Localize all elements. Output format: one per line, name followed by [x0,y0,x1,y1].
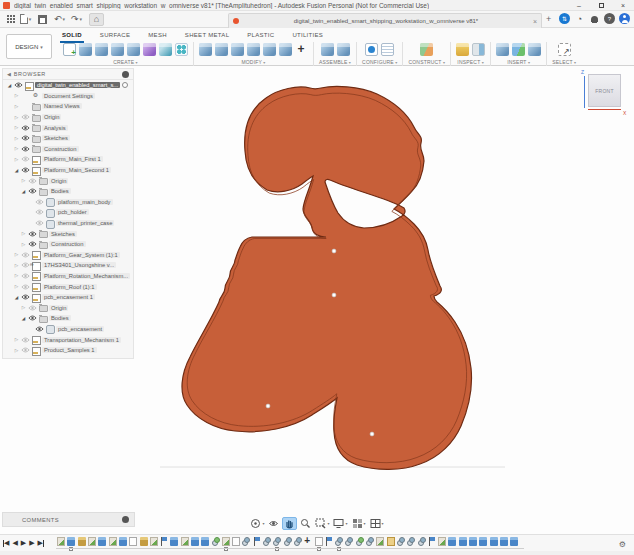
pattern-icon[interactable] [175,43,188,56]
save-icon[interactable] [36,13,49,26]
timeline-feature-flag[interactable] [324,537,334,546]
offset-face-icon[interactable] [263,43,276,56]
timeline-feature-sketch[interactable] [56,537,66,546]
browser-row-label[interactable]: Document Settings [42,93,95,99]
browser-row-construction[interactable]: ▷Construction [3,144,133,155]
expand-icon[interactable]: ▷ [13,263,20,268]
comments-bar[interactable]: COMMENTS [2,512,135,527]
browser-row-label[interactable]: Platform_Main_Second 1 [42,167,111,173]
timeline-feature-extrude[interactable] [200,537,210,546]
expand-icon[interactable]: ▷ [13,136,20,141]
insert-dxf-icon[interactable] [528,43,541,56]
browser-row-label[interactable]: Bodies [49,315,71,321]
browser-row-digital-twin-enabled-smart-s[interactable]: ◢digital_twin_enabled_smart_s... [3,80,133,91]
viewcube[interactable]: FRONT [588,74,621,107]
expand-icon[interactable]: ▷ [13,125,20,130]
section-analysis-icon[interactable] [472,43,485,56]
sweep-icon[interactable] [159,43,172,56]
browser-row-sketches[interactable]: ▷Sketches [3,228,133,239]
timeline-feature-joint[interactable] [262,537,272,546]
browser-row-label[interactable]: Construction [49,241,86,247]
configure-icon[interactable] [365,43,378,56]
visibility-eye-icon[interactable] [27,241,38,247]
timeline-feature-joint[interactable] [365,537,375,546]
expand-icon[interactable]: ▷ [13,273,20,278]
visibility-eye-icon[interactable] [34,326,45,332]
browser-row-label[interactable]: Product_Samples 1 [42,347,97,353]
browser-row-label[interactable]: pcb_encasement [56,326,104,332]
visibility-eye-icon[interactable] [27,188,38,194]
browser-row-label[interactable]: Bodies [49,188,71,194]
shell-icon[interactable] [231,43,244,56]
viewports-tool-icon[interactable]: ▾ [369,517,385,530]
timeline-feature-extrude[interactable] [118,537,128,546]
browser-row-label[interactable]: 17HS3401_Usongshine v... [42,262,116,268]
timeline-feature-extrude[interactable] [169,537,179,546]
browser-row-named-views[interactable]: ▷Named Views [3,101,133,112]
group-label-select[interactable]: SELECT [552,59,576,65]
zoom-tool-icon[interactable] [299,517,312,530]
timeline-feature-joint[interactable] [241,537,251,546]
browser-row-sketches[interactable]: ▷Sketches [3,133,133,144]
maximize-button[interactable] [590,0,612,11]
group-label-assemble[interactable]: ASSEMBLE [319,59,351,65]
browser-row-label[interactable]: Named Views [42,103,82,109]
browser-row-label[interactable]: Origin [49,305,68,311]
visibility-eye-icon[interactable] [20,284,31,290]
close-button[interactable]: × [612,0,634,11]
viewcube-front-face[interactable]: FRONT [595,88,614,94]
expand-icon[interactable]: ▷ [20,231,27,236]
browser-row-platform-roof-1-1[interactable]: ▷Platform_Roof (1):1 [3,281,133,292]
visibility-eye-icon[interactable] [27,178,38,184]
visibility-eye-icon[interactable] [20,146,31,152]
collapse-icon[interactable]: ◢ [6,83,13,88]
document-tab[interactable]: digital_twin_enabled_smart_shipping_work… [228,13,542,28]
visibility-eye-icon[interactable] [20,294,31,300]
timeline-feature-flag[interactable] [252,537,262,546]
press-pull-icon[interactable] [199,43,212,56]
home-view-icon[interactable]: ⌂ [89,13,104,26]
timeline-feature-joint[interactable] [283,537,293,546]
sketch-point[interactable] [266,404,270,408]
timeline-feature-joint[interactable] [293,537,303,546]
timeline-feature-jointg[interactable] [210,537,220,546]
timeline-feature-joint[interactable] [406,537,416,546]
timeline-feature-sketch[interactable] [180,537,190,546]
app-grid-icon[interactable] [2,13,15,26]
timeline-feature-joint[interactable] [416,537,426,546]
go-to-end-icon[interactable]: ▶ [38,539,44,547]
group-label-insert[interactable]: INSERT [507,59,530,65]
new-component-icon[interactable] [321,43,334,56]
group-label-create[interactable]: CREATE [113,59,138,65]
display-settings-tool-icon[interactable]: ▾ [332,517,348,530]
browser-row-label[interactable]: digital_twin_enabled_smart_s... [35,82,120,88]
expand-icon[interactable]: ▷ [13,146,20,151]
job-status-icon[interactable]: ⇅ [559,13,570,24]
user-avatar[interactable] [619,13,630,24]
expand-icon[interactable]: ▷ [20,305,27,310]
visibility-eye-icon[interactable] [13,82,24,88]
browser-row-bodies[interactable]: ◢Bodies [3,313,133,324]
visibility-eye-icon[interactable] [34,209,45,215]
timeline-feature-extrude[interactable] [488,537,498,546]
browser-row-17hs3401-usongshine-v[interactable]: ▷∞17HS3401_Usongshine v... [3,260,133,271]
timeline-feature-move[interactable] [303,537,313,546]
browser-row-label[interactable]: Transportation_Mechanism 1 [42,337,121,343]
collapse-icon[interactable]: ◢ [20,316,27,321]
expand-icon[interactable]: ▷ [13,93,20,98]
timeline-feature-extrude[interactable] [190,537,200,546]
comments-bubble-icon[interactable] [122,516,129,523]
timeline-track[interactable] [56,548,524,549]
group-label-modify[interactable]: MODIFY [241,59,265,65]
sphere-icon[interactable] [111,43,124,56]
expand-icon[interactable]: ▷ [13,104,20,109]
visibility-eye-icon[interactable] [20,252,31,258]
browser-row-product-samples-1[interactable]: ▷Product_Samples 1 [3,345,133,356]
pan-tool-icon[interactable] [282,517,297,530]
browser-row-platform-main-first-1[interactable]: ▷Platform_Main_First 1 [3,154,133,165]
browser-row-origin[interactable]: ▷Origin [3,302,133,313]
grid-layout-tool-icon[interactable]: ▾ [351,517,367,530]
browser-row-label[interactable]: pcb_encasement 1 [42,294,95,300]
expand-icon[interactable]: ▷ [13,115,20,120]
browser-row-label[interactable]: Analysis [42,125,68,131]
